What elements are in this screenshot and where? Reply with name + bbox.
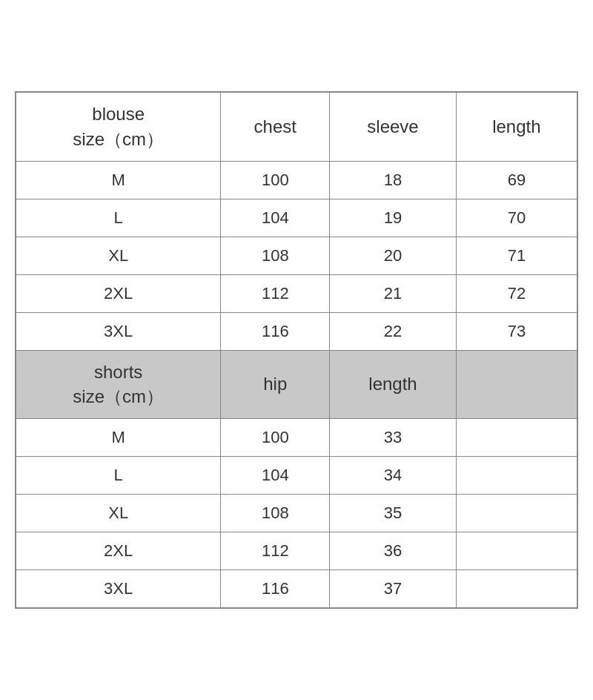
- shorts-row-m: M 100 33: [16, 418, 577, 456]
- shorts-row-l: L 104 34: [16, 456, 577, 494]
- size-table: blousesize（cm） chest sleeve length M 100…: [15, 91, 578, 608]
- shorts-hip-l: 104: [221, 456, 330, 494]
- blouse-chest-xl: 108: [221, 237, 330, 274]
- blouse-chest-l: 104: [221, 199, 330, 237]
- shorts-empty-2xl: [456, 532, 577, 569]
- blouse-row-3xl: 3XL 116 22 73: [16, 312, 577, 350]
- shorts-length-l: 34: [330, 456, 457, 494]
- shorts-row-2xl: 2XL 112 36: [16, 532, 577, 569]
- shorts-empty-m: [456, 418, 577, 456]
- shorts-size-xl: XL: [16, 494, 221, 532]
- shorts-size-label: shortssize（cm）: [16, 350, 221, 418]
- shorts-length-xl: 35: [330, 494, 457, 532]
- blouse-row-l: L 104 19 70: [16, 199, 577, 237]
- blouse-sleeve-xl: 20: [330, 237, 457, 274]
- shorts-empty-l: [456, 456, 577, 494]
- shorts-size-l: L: [16, 456, 221, 494]
- blouse-length-2xl: 72: [456, 274, 577, 312]
- blouse-length-m: 69: [456, 161, 577, 199]
- shorts-size-3xl: 3XL: [16, 569, 221, 608]
- shorts-length-header: length: [330, 350, 457, 418]
- shorts-row-xl: XL 108 35: [16, 494, 577, 532]
- blouse-sleeve-3xl: 22: [330, 312, 457, 350]
- shorts-row-3xl: 3XL 116 37: [16, 569, 577, 608]
- shorts-hip-3xl: 116: [221, 569, 330, 608]
- shorts-header-row: shortssize（cm） hip length: [16, 350, 577, 418]
- blouse-chest-2xl: 112: [221, 274, 330, 312]
- shorts-hip-m: 100: [221, 418, 330, 456]
- shorts-size-2xl: 2XL: [16, 532, 221, 569]
- size-chart: blousesize（cm） chest sleeve length M 100…: [15, 91, 578, 608]
- shorts-length-3xl: 37: [330, 569, 457, 608]
- blouse-size-3xl: 3XL: [16, 312, 221, 350]
- blouse-size-2xl: 2XL: [16, 274, 221, 312]
- shorts-length-m: 33: [330, 418, 457, 456]
- blouse-sleeve-2xl: 21: [330, 274, 457, 312]
- shorts-hip-xl: 108: [221, 494, 330, 532]
- blouse-size-l: L: [16, 199, 221, 237]
- blouse-length-header: length: [456, 92, 577, 161]
- shorts-hip-2xl: 112: [221, 532, 330, 569]
- blouse-sleeve-m: 18: [330, 161, 457, 199]
- shorts-empty-xl: [456, 494, 577, 532]
- blouse-chest-header: chest: [221, 92, 330, 161]
- blouse-size-m: M: [16, 161, 221, 199]
- blouse-sleeve-l: 19: [330, 199, 457, 237]
- blouse-row-2xl: 2XL 112 21 72: [16, 274, 577, 312]
- shorts-hip-header: hip: [221, 350, 330, 418]
- blouse-size-xl: XL: [16, 237, 221, 274]
- blouse-row-m: M 100 18 69: [16, 161, 577, 199]
- blouse-length-l: 70: [456, 199, 577, 237]
- blouse-sleeve-header: sleeve: [330, 92, 457, 161]
- shorts-size-m: M: [16, 418, 221, 456]
- shorts-length-2xl: 36: [330, 532, 457, 569]
- blouse-length-xl: 71: [456, 237, 577, 274]
- blouse-length-3xl: 73: [456, 312, 577, 350]
- blouse-header-row: blousesize（cm） chest sleeve length: [16, 92, 577, 161]
- blouse-chest-m: 100: [221, 161, 330, 199]
- blouse-size-label: blousesize（cm）: [16, 92, 221, 161]
- blouse-row-xl: XL 108 20 71: [16, 237, 577, 274]
- shorts-empty-3xl: [456, 569, 577, 608]
- blouse-chest-3xl: 116: [221, 312, 330, 350]
- shorts-empty-header: [456, 350, 577, 418]
